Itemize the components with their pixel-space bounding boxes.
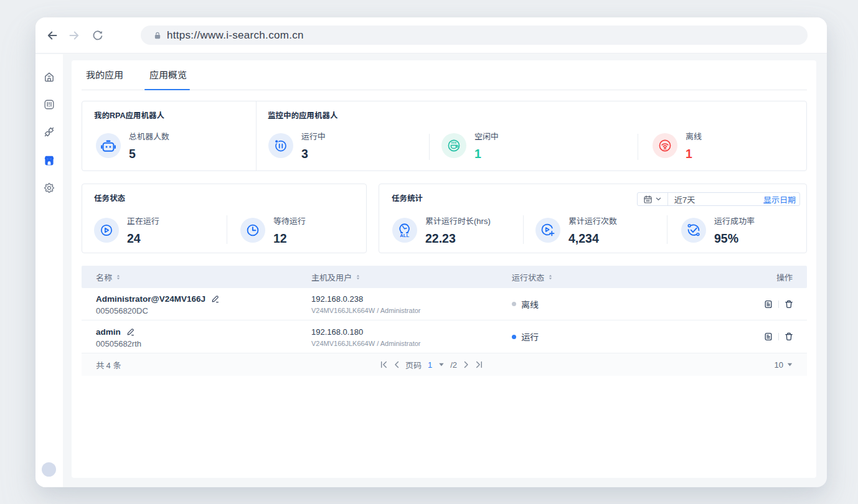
- svg-text:ALL: ALL: [400, 233, 409, 238]
